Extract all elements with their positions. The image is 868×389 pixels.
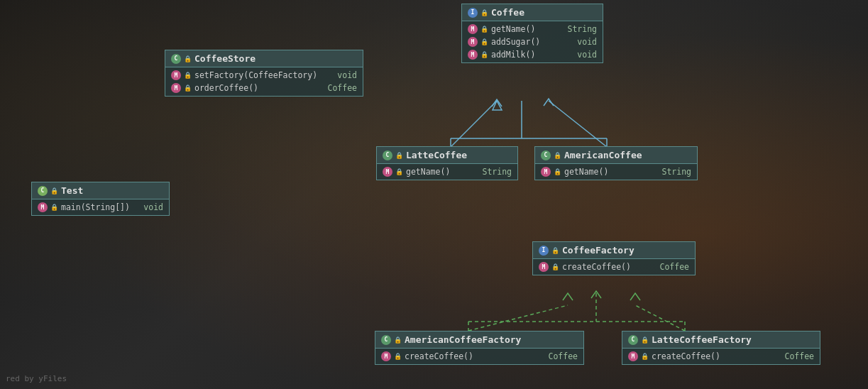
test-type-icon: C — [38, 186, 48, 196]
class-latteCoffeeFactory-body: M 🔒 createCoffee() Coffee — [622, 349, 820, 364]
method-icon: M — [539, 262, 549, 272]
class-test-body: M 🔒 main(String[]) void — [32, 199, 169, 215]
method-getName-latte: M 🔒 getName() String — [377, 165, 517, 178]
class-latteCoffeeFactory-title: LatteCoffeeFactory — [652, 334, 752, 345]
class-latteCoffee-body: M 🔒 getName() String — [377, 164, 517, 180]
class-coffeeStore[interactable]: C 🔒 CoffeeStore M 🔒 setFactory(CoffeeFac… — [165, 50, 363, 97]
coffeeStore-lock-icon: 🔒 — [184, 55, 192, 62]
class-test-header: C 🔒 Test — [32, 182, 169, 199]
class-coffeeStore-header: C 🔒 CoffeeStore — [165, 50, 363, 67]
method-lock-icon: 🔒 — [551, 263, 559, 270]
method-addSugar: M 🔒 addSugar() void — [462, 35, 603, 48]
method-lock-icon: 🔒 — [184, 84, 192, 92]
method-lock-icon: 🔒 — [50, 204, 58, 211]
method-getName: M 🔒 getName() String — [462, 23, 603, 35]
method-lock-icon: 🔒 — [480, 26, 488, 33]
class-americanCoffeeFactory-body: M 🔒 createCoffee() Coffee — [375, 349, 583, 364]
coffee-lock-icon: 🔒 — [480, 9, 488, 16]
coffeeStore-type-icon: C — [171, 54, 181, 64]
method-icon: M — [38, 202, 48, 212]
class-latteCoffee[interactable]: C 🔒 LatteCoffee M 🔒 getName() String — [376, 146, 518, 180]
americanCoffee-lock-icon: 🔒 — [554, 152, 561, 159]
class-latteCoffee-header: C 🔒 LatteCoffee — [377, 147, 517, 164]
method-createCoffee-american: M 🔒 createCoffee() Coffee — [375, 350, 583, 363]
class-coffeeFactory[interactable]: I 🔒 CoffeeFactory M 🔒 createCoffee() Cof… — [532, 241, 696, 275]
americanCoffeeFactory-lock-icon: 🔒 — [394, 336, 402, 344]
method-createCoffee-factory: M 🔒 createCoffee() Coffee — [533, 261, 695, 273]
class-coffeeFactory-header: I 🔒 CoffeeFactory — [533, 242, 695, 259]
class-coffeeFactory-body: M 🔒 createCoffee() Coffee — [533, 259, 695, 275]
class-coffee-body: M 🔒 getName() String M 🔒 addSugar() void… — [462, 21, 603, 62]
class-americanCoffeeFactory[interactable]: C 🔒 AmericanCoffeeFactory M 🔒 createCoff… — [375, 331, 584, 365]
americanCoffee-type-icon: C — [541, 150, 551, 160]
class-americanCoffeeFactory-title: AmericanCoffeeFactory — [405, 334, 521, 345]
method-orderCoffee: M 🔒 orderCoffee() Coffee — [165, 82, 363, 94]
class-latteCoffeeFactory[interactable]: C 🔒 LatteCoffeeFactory M 🔒 createCoffee(… — [622, 331, 820, 365]
class-coffee[interactable]: I 🔒 Coffee M 🔒 getName() String M 🔒 addS… — [461, 4, 603, 63]
method-icon: M — [468, 50, 478, 60]
method-lock-icon: 🔒 — [480, 51, 488, 58]
class-test-title: Test — [61, 185, 83, 196]
method-icon: M — [381, 351, 391, 361]
class-coffeeFactory-title: CoffeeFactory — [562, 245, 634, 256]
method-lock-icon: 🔒 — [394, 353, 402, 360]
class-latteCoffee-title: LatteCoffee — [406, 150, 467, 160]
method-lock-icon: 🔒 — [184, 72, 192, 79]
method-icon: M — [541, 167, 551, 177]
coffeeFactory-lock-icon: 🔒 — [551, 247, 559, 254]
watermark: red by yFiles — [6, 374, 67, 383]
class-americanCoffee-header: C 🔒 AmericanCoffee — [535, 147, 697, 164]
method-createCoffee-latte: M 🔒 createCoffee() Coffee — [622, 350, 820, 363]
latteCoffeeFactory-lock-icon: 🔒 — [641, 336, 649, 344]
method-icon: M — [171, 83, 181, 93]
method-icon: M — [468, 37, 478, 47]
method-lock-icon: 🔒 — [554, 168, 561, 175]
coffee-type-icon: I — [468, 8, 478, 18]
latteCoffee-type-icon: C — [383, 150, 392, 160]
method-setFactory: M 🔒 setFactory(CoffeeFactory) void — [165, 69, 363, 82]
method-icon: M — [383, 167, 392, 177]
test-lock-icon: 🔒 — [50, 187, 58, 194]
method-main: M 🔒 main(String[]) void — [32, 201, 169, 214]
class-americanCoffee-body: M 🔒 getName() String — [535, 164, 697, 180]
class-coffeeStore-title: CoffeeStore — [194, 53, 256, 64]
method-addMilk: M 🔒 addMilk() void — [462, 48, 603, 61]
class-americanCoffee[interactable]: C 🔒 AmericanCoffee M 🔒 getName() String — [534, 146, 698, 180]
method-icon: M — [628, 351, 638, 361]
latteCoffeeFactory-type-icon: C — [628, 335, 638, 345]
class-test[interactable]: C 🔒 Test M 🔒 main(String[]) void — [31, 182, 170, 216]
method-lock-icon: 🔒 — [480, 38, 488, 45]
coffeeFactory-type-icon: I — [539, 246, 549, 256]
class-latteCoffeeFactory-header: C 🔒 LatteCoffeeFactory — [622, 332, 820, 349]
class-coffee-title: Coffee — [491, 7, 524, 18]
method-getName-american: M 🔒 getName() String — [535, 165, 697, 178]
class-coffee-header: I 🔒 Coffee — [462, 4, 603, 21]
class-americanCoffeeFactory-header: C 🔒 AmericanCoffeeFactory — [375, 332, 583, 349]
method-icon: M — [171, 70, 181, 80]
method-icon: M — [468, 24, 478, 34]
americanCoffeeFactory-type-icon: C — [381, 335, 391, 345]
method-lock-icon: 🔒 — [395, 168, 403, 175]
latteCoffee-lock-icon: 🔒 — [395, 152, 403, 159]
method-lock-icon: 🔒 — [641, 353, 649, 360]
class-coffeeStore-body: M 🔒 setFactory(CoffeeFactory) void M 🔒 o… — [165, 67, 363, 96]
class-americanCoffee-title: AmericanCoffee — [564, 150, 642, 160]
